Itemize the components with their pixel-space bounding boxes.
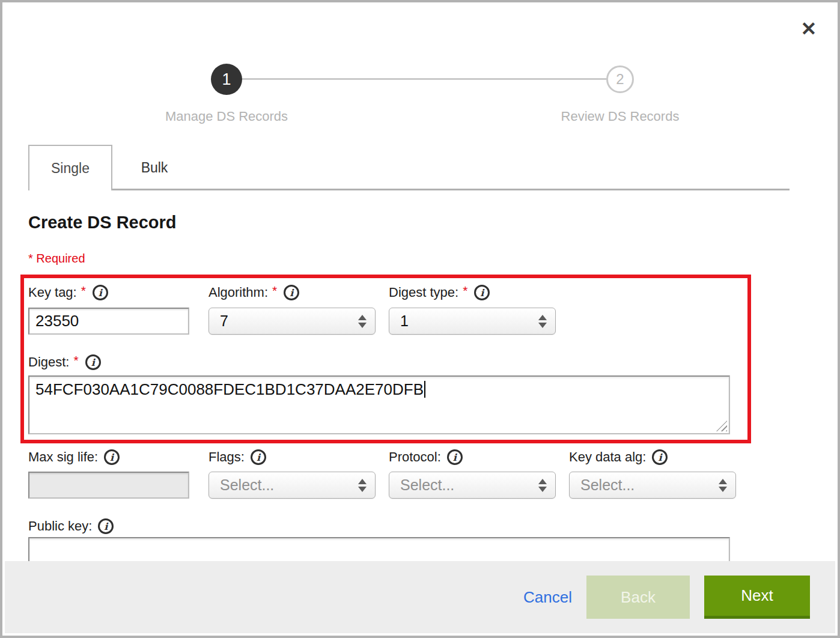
select-arrows-icon: [719, 479, 727, 492]
stepper-step-1-number: 1: [222, 70, 231, 89]
select-arrows-icon: [538, 315, 547, 328]
algorithm-select-value: 7: [220, 312, 358, 330]
flags-label: Flags: i: [208, 448, 266, 466]
flags-select[interactable]: Select...: [208, 472, 376, 499]
max-sig-life-input[interactable]: [28, 472, 189, 499]
key-tag-input[interactable]: [28, 308, 189, 335]
protocol-select[interactable]: Select...: [389, 472, 556, 499]
next-button[interactable]: Next: [704, 576, 810, 619]
stepper-step-1-label: Manage DS Records: [130, 109, 323, 124]
required-note: * Required: [28, 252, 85, 266]
digest-value: 54FCF030AA1C79C0088FDEC1BD1C37DAA2E70DFB: [35, 380, 424, 398]
key-data-alg-label-text: Key data alg:: [569, 449, 646, 465]
cancel-button[interactable]: Cancel: [523, 588, 572, 607]
stepper-step-2-label: Review DS Records: [524, 109, 716, 124]
algorithm-label-text: Algorithm:: [208, 285, 268, 300]
tab-single[interactable]: Single: [28, 145, 112, 190]
public-key-label-text: Public key:: [28, 518, 92, 534]
select-arrows-icon: [358, 315, 367, 328]
page-title: Create DS Record: [28, 213, 177, 232]
required-asterisk: *: [81, 284, 86, 298]
required-asterisk: *: [73, 353, 78, 368]
tab-bulk[interactable]: Bulk: [112, 145, 196, 190]
digest-type-select[interactable]: 1: [389, 308, 556, 335]
info-icon[interactable]: i: [251, 449, 266, 465]
select-arrows-icon: [358, 479, 367, 492]
algorithm-label: Algorithm: * i: [208, 284, 299, 302]
digest-type-select-value: 1: [400, 312, 538, 330]
stepper-step-1-circle: 1: [211, 64, 242, 95]
key-data-alg-select-value: Select...: [580, 476, 719, 494]
close-icon[interactable]: ✕: [797, 17, 821, 41]
digest-label: Digest: * i: [28, 353, 101, 371]
max-sig-life-label: Max sig life: i: [28, 448, 120, 466]
resize-handle[interactable]: [716, 421, 727, 431]
key-data-alg-label: Key data alg: i: [569, 448, 668, 466]
info-icon[interactable]: i: [284, 285, 299, 300]
stepper-connector-line: [241, 78, 607, 80]
info-icon[interactable]: i: [93, 285, 108, 300]
max-sig-life-label-text: Max sig life:: [28, 449, 98, 465]
flags-select-value: Select...: [220, 476, 358, 494]
info-icon[interactable]: i: [652, 449, 668, 465]
info-icon[interactable]: i: [447, 449, 463, 465]
info-icon[interactable]: i: [98, 518, 114, 534]
required-asterisk: *: [272, 284, 277, 298]
modal-footer: Cancel Back Next: [5, 561, 835, 633]
protocol-select-value: Select...: [400, 476, 538, 494]
back-button[interactable]: Back: [586, 576, 690, 619]
algorithm-select[interactable]: 7: [208, 308, 376, 335]
tab-underline: [112, 189, 790, 190]
info-icon[interactable]: i: [474, 285, 490, 300]
key-data-alg-select[interactable]: Select...: [569, 472, 736, 499]
stepper-step-2-number: 2: [616, 71, 624, 88]
tab-single-label: Single: [51, 160, 90, 177]
tab-bulk-label: Bulk: [141, 160, 168, 176]
text-caret: [424, 381, 425, 398]
create-ds-record-modal: ✕ 1 2 Manage DS Records Review DS Record…: [0, 0, 840, 638]
key-tag-label-text: Key tag:: [28, 285, 77, 300]
info-icon[interactable]: i: [104, 449, 120, 465]
protocol-label: Protocol: i: [389, 448, 463, 466]
required-asterisk: *: [463, 284, 467, 298]
public-key-label: Public key: i: [28, 517, 114, 535]
digest-type-label: Digest type: * i: [389, 284, 490, 302]
select-arrows-icon: [538, 479, 547, 492]
key-tag-label: Key tag: * i: [28, 284, 108, 302]
flags-label-text: Flags:: [208, 449, 245, 465]
protocol-label-text: Protocol:: [389, 449, 441, 465]
info-icon[interactable]: i: [85, 354, 101, 370]
digest-type-label-text: Digest type:: [389, 285, 458, 300]
digest-textarea[interactable]: 54FCF030AA1C79C0088FDEC1BD1C37DAA2E70DFB: [28, 375, 730, 434]
digest-label-text: Digest:: [28, 354, 69, 370]
stepper-step-2-circle: 2: [606, 65, 634, 93]
